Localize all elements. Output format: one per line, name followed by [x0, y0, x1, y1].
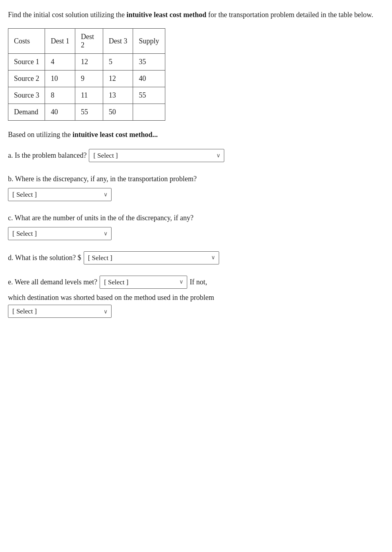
- question-e-select-wrapper: [ Select ] Yes No: [100, 276, 187, 289]
- question-b-text: b. Where is the discrepancy, if any, in …: [8, 173, 384, 185]
- row-demand-label: Demand: [8, 104, 45, 121]
- question-b-select-wrapper: [ Select ] Supply exceeds demand Demand …: [8, 188, 112, 201]
- question-d-label: d. What is the solution? $: [8, 252, 81, 264]
- header-dest2: Dest2: [75, 29, 103, 54]
- question-f-text: which destination was shorted based on t…: [8, 292, 384, 303]
- question-d-line: d. What is the solution? $ [ Select ] 10…: [8, 251, 384, 264]
- question-b-block: b. Where is the discrepancy, if any, in …: [8, 173, 384, 201]
- row3-dest1: 8: [45, 87, 75, 104]
- question-c-block: c. What are the number of units in the o…: [8, 212, 384, 240]
- header-dest1: Dest 1: [45, 29, 75, 54]
- question-e-line: e. Were all demand levels met? [ Select …: [8, 276, 384, 289]
- header-costs: Costs: [8, 29, 45, 54]
- question-e-select[interactable]: [ Select ] Yes No: [100, 276, 187, 289]
- question-f-dropdown-row: [ Select ] Dest 1 Dest 2 Dest 3: [8, 305, 384, 318]
- row1-dest1: 4: [45, 54, 75, 70]
- based-on-text: Based on utilizing the intuitive least c…: [8, 129, 384, 140]
- question-a-line: a. Is the problem balanced? [ Select ] Y…: [8, 149, 384, 162]
- header-dest3: Dest 3: [103, 29, 133, 54]
- row1-dest2: 12: [75, 54, 103, 70]
- question-a-select[interactable]: [ Select ] Yes No: [89, 149, 224, 162]
- row-demand-supply: [133, 104, 165, 121]
- row1-source: Source 1: [8, 54, 45, 70]
- row1-dest3: 5: [103, 54, 133, 70]
- row-demand-dest2: 55: [75, 104, 103, 121]
- row3-dest2: 11: [75, 87, 103, 104]
- header-supply: Supply: [133, 29, 165, 54]
- question-d-select[interactable]: [ Select ] 1015 1150 1250 1350: [84, 251, 219, 264]
- cost-table: Costs Dest 1 Dest2 Dest 3 Supply Source …: [8, 28, 165, 121]
- row2-dest1: 10: [45, 70, 75, 87]
- question-d-select-wrapper: [ Select ] 1015 1150 1250 1350: [84, 251, 219, 264]
- intro-text: Find the initial cost solution utilizing…: [8, 10, 384, 20]
- question-a-label: a. Is the problem balanced?: [8, 150, 86, 161]
- bold-method: intuitive least cost method: [126, 11, 206, 19]
- row2-supply: 40: [133, 70, 165, 87]
- question-c-dropdown-row: [ Select ] 0 10 15 20: [8, 227, 384, 240]
- question-b-select[interactable]: [ Select ] Supply exceeds demand Demand …: [8, 188, 112, 201]
- row3-dest3: 13: [103, 87, 133, 104]
- question-c-select[interactable]: [ Select ] 0 10 15 20: [8, 227, 112, 240]
- question-e-suffix: If not,: [190, 276, 207, 288]
- question-f-select[interactable]: [ Select ] Dest 1 Dest 2 Dest 3: [8, 305, 112, 318]
- question-f-select-wrapper: [ Select ] Dest 1 Dest 2 Dest 3: [8, 305, 112, 318]
- row2-dest2: 9: [75, 70, 103, 87]
- question-e-label: e. Were all demand levels met?: [8, 276, 97, 288]
- question-e-block: e. Were all demand levels met? [ Select …: [8, 276, 384, 318]
- question-b-dropdown-row: [ Select ] Supply exceeds demand Demand …: [8, 188, 384, 201]
- question-c-select-wrapper: [ Select ] 0 10 15 20: [8, 227, 112, 240]
- row1-supply: 35: [133, 54, 165, 70]
- row2-dest3: 12: [103, 70, 133, 87]
- question-c-text: c. What are the number of units in the o…: [8, 212, 384, 224]
- bold-method-2: intuitive least cost method...: [73, 131, 158, 139]
- question-d-block: d. What is the solution? $ [ Select ] 10…: [8, 251, 384, 264]
- row3-source: Source 3: [8, 87, 45, 104]
- row-demand-dest3: 50: [103, 104, 133, 121]
- row3-supply: 55: [133, 87, 165, 104]
- row2-source: Source 2: [8, 70, 45, 87]
- row-demand-dest1: 40: [45, 104, 75, 121]
- question-a-block: a. Is the problem balanced? [ Select ] Y…: [8, 149, 384, 162]
- question-a-select-wrapper: [ Select ] Yes No: [89, 149, 224, 162]
